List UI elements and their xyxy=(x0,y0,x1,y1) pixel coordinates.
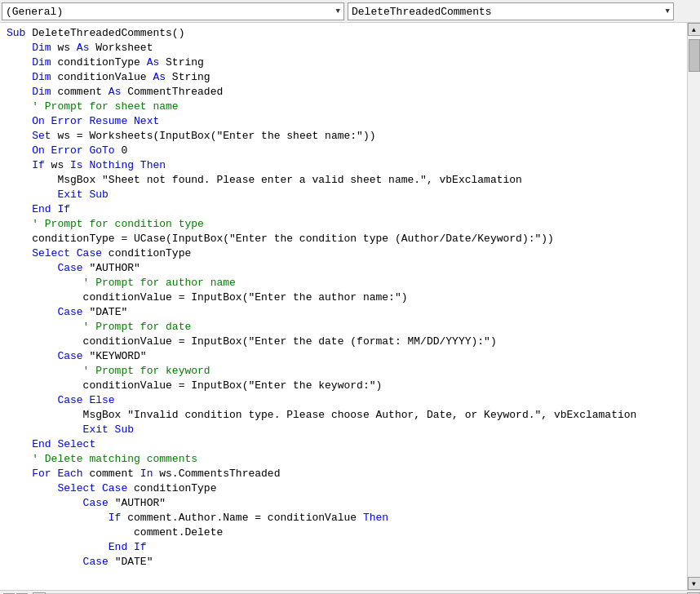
bottom-bar: ≡ ▶ ◄ ► xyxy=(0,590,700,594)
table-row: ' Prompt for sheet name xyxy=(7,100,680,114)
table-row: Exit Sub xyxy=(7,188,680,202)
table-row: On Error GoTo 0 xyxy=(7,144,680,158)
table-row: ' Prompt for keyword xyxy=(7,364,680,379)
scroll-down-button[interactable]: ▼ xyxy=(688,577,701,590)
table-row: conditionValue = InputBox("Enter the key… xyxy=(7,379,680,393)
table-row: conditionValue = InputBox("Enter the dat… xyxy=(7,335,680,349)
procedure-dropdown[interactable]: DeleteThreadedComments ▼ xyxy=(348,2,674,20)
table-row: Dim conditionType As String xyxy=(7,55,680,70)
table-row: comment.Delete xyxy=(7,525,680,540)
table-row: End If xyxy=(7,540,680,555)
general-label: (General) xyxy=(6,6,63,18)
table-row: End If xyxy=(7,202,680,217)
table-row: ' Prompt for condition type xyxy=(7,217,680,232)
table-row: If ws Is Nothing Then xyxy=(7,158,680,173)
table-row: Case "KEYWORD" xyxy=(7,349,680,364)
general-arrow-icon: ▼ xyxy=(336,7,340,16)
table-row: Case "DATE" xyxy=(7,555,680,570)
scroll-up-button[interactable]: ▲ xyxy=(688,23,701,36)
table-row: End Select xyxy=(7,437,680,452)
table-row: Exit Sub xyxy=(7,423,680,437)
procedure-arrow-icon: ▼ xyxy=(666,7,670,16)
code-lines: Sub DeleteThreadedComments() Dim ws As W… xyxy=(0,23,687,573)
table-row: Dim conditionValue As String xyxy=(7,70,680,85)
table-row: ' Delete matching comments xyxy=(7,452,680,467)
scroll-thumb-v[interactable] xyxy=(689,39,700,72)
table-row: For Each comment In ws.CommentsThreaded xyxy=(7,467,680,481)
table-row: Case "AUTHOR" xyxy=(7,261,680,276)
editor-container: Sub DeleteThreadedComments() Dim ws As W… xyxy=(0,23,700,590)
table-row: On Error Resume Next xyxy=(7,114,680,129)
table-row: Case Else xyxy=(7,393,680,408)
table-row: Select Case conditionType xyxy=(7,481,680,496)
table-row: conditionType = UCase(InputBox("Enter th… xyxy=(7,232,680,246)
table-row: Dim comment As CommentThreaded xyxy=(7,85,680,100)
table-row: If comment.Author.Name = conditionValue … xyxy=(7,511,680,525)
table-row: ' Prompt for date xyxy=(7,320,680,335)
table-row: Sub DeleteThreadedComments() xyxy=(7,26,680,41)
procedure-label: DeleteThreadedComments xyxy=(352,6,492,18)
table-row: MsgBox "Invalid condition type. Please c… xyxy=(7,408,680,423)
table-row: Set ws = Worksheets(InputBox("Enter the … xyxy=(7,129,680,144)
toolbar: (General) ▼ DeleteThreadedComments ▼ xyxy=(0,0,700,23)
code-area[interactable]: Sub DeleteThreadedComments() Dim ws As W… xyxy=(0,23,687,590)
table-row: Dim ws As Worksheet xyxy=(7,41,680,55)
table-row: ' Prompt for author name xyxy=(7,276,680,290)
table-row: conditionValue = InputBox("Enter the aut… xyxy=(7,290,680,305)
table-row: Select Case conditionType xyxy=(7,246,680,261)
table-row: Case "AUTHOR" xyxy=(7,496,680,511)
general-dropdown[interactable]: (General) ▼ xyxy=(2,2,344,20)
vertical-scrollbar[interactable]: ▲ ▼ xyxy=(687,23,700,590)
table-row: MsgBox "Sheet not found. Please enter a … xyxy=(7,173,680,188)
table-row: Case "DATE" xyxy=(7,305,680,320)
